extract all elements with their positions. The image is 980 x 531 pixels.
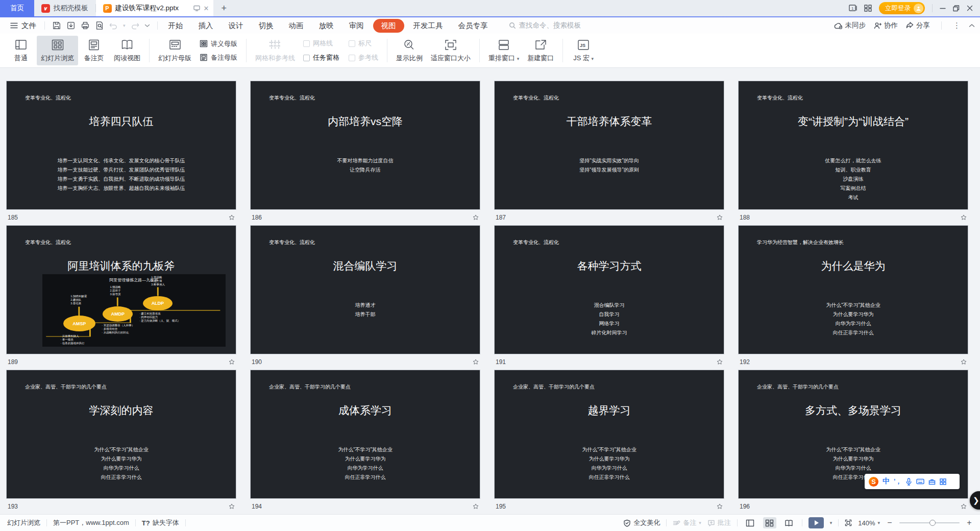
statusbar-sorter-view-button[interactable] [763,517,776,528]
rearrange-window-button[interactable]: 重排窗口 ▾ [484,36,523,65]
slide-thumbnail[interactable]: 变革专业化、流程化 阿里培训体系的九板斧 阿里管理修炼之路—九板斧AMSP1.招… [6,225,236,354]
slide-star-icon[interactable] [717,359,723,365]
save-icon[interactable] [52,21,61,30]
view-normal-button[interactable]: 普通 [5,36,37,65]
menu-view[interactable]: 视图 [373,19,404,33]
slide-thumbnail[interactable]: 变革专业化、流程化 干部培养体系变革 坚持“实战实用实效”的导向坚持“领导发展领… [494,81,724,210]
new-tab-button[interactable]: + [213,0,235,16]
more-options-icon[interactable]: ⋮ [953,21,961,30]
tab-docer[interactable]: 𝙫 找稻壳模板 [34,0,95,16]
notes-master-button[interactable]: 备注母版 [200,53,237,62]
view-notes-page-button[interactable]: 备注页 [78,36,110,65]
file-menu-button[interactable]: 文件 [5,21,41,31]
statusbar-reading-view-button[interactable] [782,517,796,528]
redo-icon[interactable] [131,22,139,30]
ime-keyboard-icon[interactable] [916,478,924,485]
slide-thumbnail[interactable]: 变革专业化、流程化 内部培养vs空降 不要对培养能力过度自信让空降兵存活 [250,81,480,210]
ime-toolbox-icon[interactable] [928,478,936,485]
export-icon[interactable] [66,21,76,30]
close-button[interactable] [967,5,973,11]
slide-thumbnail[interactable]: 学习华为经营智慧，解决企业有效增长 为什么是华为 为什么“不学习”其他企业为什么… [738,225,968,354]
cast-icon[interactable] [193,5,200,11]
minimize-button[interactable] [940,5,946,11]
single-window-icon[interactable]: 1 [849,5,857,12]
diagram-side-list: · 建立和完善体系· 跨界组织能力· 定方向做决断（人、财、模式） [139,312,180,323]
slide-star-icon[interactable] [473,359,479,365]
slide-thumbnail[interactable]: 变革专业化、流程化 混合编队学习 培养通才培养干部 [250,225,480,354]
diagram-top-list: 1.懂战略2.搭班子3.做导演 [110,285,120,296]
grid-layout-icon[interactable] [864,5,872,12]
menu-start[interactable]: 开始 [161,19,191,33]
ime-mic-icon[interactable] [905,478,912,486]
zoom-in-button[interactable]: + [966,518,973,527]
ime-grid-icon[interactable] [940,478,946,485]
zoom-ratio-button[interactable]: 显示比例 [392,36,427,65]
slide-number: 188 [740,214,750,221]
handout-master-button[interactable]: 讲义母版 [200,39,237,49]
undo-caret-icon[interactable]: ▾ [123,23,126,28]
print-preview-icon[interactable] [95,21,104,30]
quick-access-toolbar: ▾ [48,21,154,30]
slide-thumbnail[interactable]: 企业家、高管、干部学习的几个要点 学深刻的内容 为什么“不学习”其他企业为什么要… [6,370,236,499]
zoom-out-button[interactable]: − [886,518,893,527]
new-window-button[interactable]: 新建窗口 [523,36,558,65]
menu-devtools[interactable]: 开发工具 [406,19,451,33]
statusbar-normal-view-button[interactable] [744,517,757,528]
js-macro-button[interactable]: JS JS 宏 ▾ [568,36,599,65]
slide-star-icon[interactable] [473,503,479,510]
view-slide-sorter-button[interactable]: 幻灯片浏览 [37,36,78,65]
menu-review[interactable]: 审阅 [341,19,372,33]
slide-thumbnail[interactable]: 变革专业化、流程化 各种学习方式 混合编队学习自我学习网络学习碎片化时间学习 [494,225,724,354]
menu-slideshow[interactable]: 放映 [311,19,341,33]
slide-star-icon[interactable] [229,214,235,221]
slide-star-icon[interactable] [961,503,967,510]
menu-insert[interactable]: 插入 [191,19,221,33]
fit-window-statusbar-icon[interactable] [845,519,852,526]
menu-animation[interactable]: 动画 [281,19,311,33]
restore-button[interactable] [953,5,960,12]
sogou-logo[interactable]: S [869,477,878,487]
menu-transition[interactable]: 切换 [251,19,281,33]
slide-thumbnail[interactable]: 变革专业化、流程化 培养四只队伍 培养一支认同文化、传承文化、发展文化的核心骨干… [6,81,236,210]
slide-thumbnail[interactable]: 变革专业化、流程化 变“讲授制”为“训战结合” 仗要怎么打，就怎么去练短训、职业… [738,81,968,210]
zoom-slider[interactable] [899,522,960,523]
collaborate-button[interactable]: 协作 [874,21,898,30]
login-button[interactable]: 立即登录 [879,2,925,14]
command-search[interactable]: 查找命令、搜索模板 [509,21,581,30]
slide-star-icon[interactable] [717,214,723,221]
slide-star-icon[interactable] [961,214,967,221]
beautify-button[interactable]: 全文美化 [623,518,660,527]
tab-home[interactable]: 首页 [0,0,34,16]
slideshow-play-button[interactable] [808,517,824,528]
collapse-toolbar-icon[interactable] [144,23,150,28]
slide-star-icon[interactable] [473,214,479,221]
slide-master-button[interactable]: 幻灯片母版 [154,36,195,65]
menu-design[interactable]: 设计 [221,19,251,33]
slide-star-icon[interactable] [229,503,235,510]
slide-star-icon[interactable] [961,359,967,365]
sync-status[interactable]: 未同步 [834,21,866,30]
view-reading-button[interactable]: 阅读视图 [110,36,144,65]
tab-close-icon[interactable]: ✕ [204,5,209,12]
zoom-level[interactable]: 140%▾ [858,519,880,527]
slide-thumbnail[interactable]: 企业家、高管、干部学习的几个要点 越界学习 为什么“不学习”其他企业为什么要学习… [494,370,724,499]
slide-header-text: 变革专业化、流程化 [269,94,315,102]
collapse-ribbon-icon[interactable] [969,23,975,28]
tab-document[interactable]: P 建设铁军课程v2.pptx ✕ [96,0,213,16]
print-icon[interactable] [81,21,90,30]
ime-lang-indicator[interactable]: 中 [883,477,890,486]
missing-font-button[interactable]: T? 缺失字体 [142,518,179,527]
menu-member[interactable]: 会员专享 [451,19,496,33]
ime-punctuation-icon[interactable]: ’， [894,477,901,486]
slide-body: 不要对培养能力过度自信让空降兵存活 [251,156,480,175]
slide-thumbnail[interactable]: 企业家、高管、干部学习的几个要点 成体系学习 为什么“不学习”其他企业为什么要学… [250,370,480,499]
slide-star-icon[interactable] [229,359,235,365]
undo-icon[interactable] [109,22,118,30]
share-button[interactable]: 分享 [906,21,930,30]
fit-window-button[interactable]: 适应窗口大小 [427,36,475,65]
task-pane-checkbox[interactable]: 任务窗格 [303,53,339,62]
zoom-slider-thumb[interactable] [929,520,936,526]
play-options-caret-icon[interactable]: ▾ [830,520,832,525]
slide-star-icon[interactable] [717,503,723,510]
slide-sorter-canvas[interactable]: 变革专业化、流程化 培养四只队伍 培养一支认同文化、传承文化、发展文化的核心骨干… [0,68,980,514]
